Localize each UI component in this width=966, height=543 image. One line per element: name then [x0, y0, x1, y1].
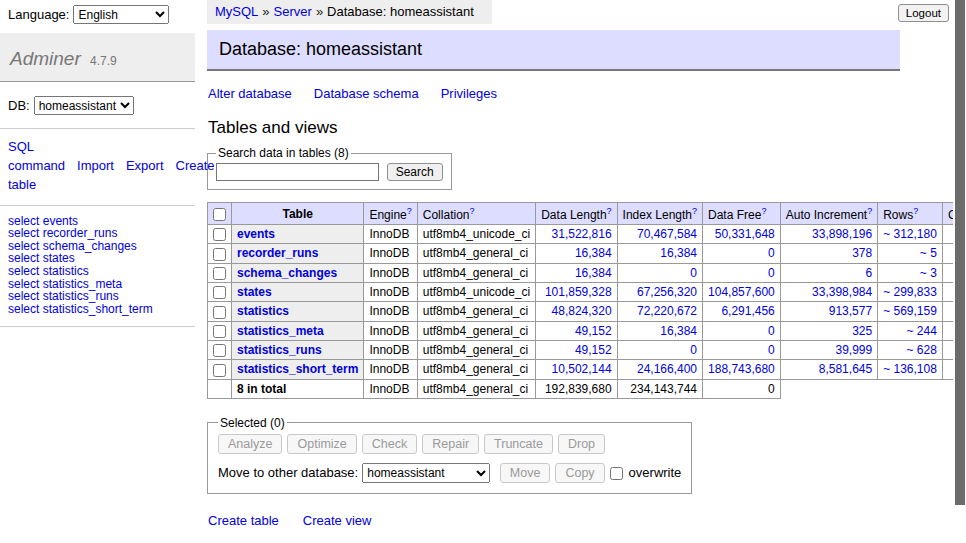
auto-increment-link[interactable]: 8,581,645: [819, 362, 872, 376]
rows-link[interactable]: ~ 312,180: [883, 227, 937, 241]
rows-link[interactable]: ~ 5: [920, 246, 937, 260]
rows-link[interactable]: ~ 628: [907, 343, 937, 357]
move-button[interactable]: Move: [500, 463, 551, 483]
data-free-link[interactable]: 188,743,680: [708, 362, 775, 376]
data-length-link[interactable]: 10,502,144: [552, 362, 612, 376]
breadcrumb-server-link[interactable]: Server: [274, 4, 312, 19]
optimize-button[interactable]: Optimize: [287, 434, 356, 454]
table-name-link[interactable]: states: [237, 285, 272, 299]
help-icon[interactable]: ?: [867, 206, 872, 216]
row-checkbox[interactable]: [213, 228, 226, 241]
data-length-link[interactable]: 49,152: [575, 324, 612, 338]
row-checkbox[interactable]: [213, 364, 226, 377]
index-length-link[interactable]: 16,384: [660, 246, 697, 260]
auto-increment-link[interactable]: 33,898,196: [812, 227, 872, 241]
table-link[interactable]: statistics_short_term: [43, 302, 153, 316]
rows-link[interactable]: ~ 244: [907, 324, 937, 338]
data-free-link[interactable]: 0: [768, 246, 775, 260]
row-checkbox[interactable]: [213, 248, 226, 261]
export-link[interactable]: Export: [126, 158, 164, 173]
row-checkbox[interactable]: [213, 306, 226, 319]
auto-increment-link[interactable]: 39,999: [835, 343, 872, 357]
help-icon[interactable]: ?: [761, 206, 766, 216]
row-checkbox[interactable]: [213, 325, 226, 338]
index-length-link[interactable]: 0: [690, 343, 697, 357]
index-length-link[interactable]: 67,256,320: [637, 285, 697, 299]
drop-button[interactable]: Drop: [558, 434, 605, 454]
database-schema-link[interactable]: Database schema: [314, 86, 419, 101]
move-db-select[interactable]: homeassistant: [362, 463, 490, 483]
data-free-link[interactable]: 104,857,600: [708, 285, 775, 299]
repair-button[interactable]: Repair: [422, 434, 479, 454]
total-index-length: 234,143,744: [617, 379, 702, 398]
help-icon[interactable]: ?: [607, 206, 612, 216]
help-icon[interactable]: ?: [692, 206, 697, 216]
import-link[interactable]: Import: [77, 158, 114, 173]
auto-increment-link[interactable]: 913,577: [829, 304, 872, 318]
rows-link[interactable]: ~ 569,159: [883, 304, 937, 318]
row-checkbox[interactable]: [213, 267, 226, 280]
row-checkbox[interactable]: [213, 286, 226, 299]
truncate-button[interactable]: Truncate: [484, 434, 553, 454]
table-name-link[interactable]: events: [237, 227, 275, 241]
help-icon[interactable]: ?: [407, 206, 412, 216]
logout-button[interactable]: Logout: [898, 4, 949, 22]
overwrite-checkbox[interactable]: [610, 467, 623, 480]
help-icon[interactable]: ?: [913, 206, 918, 216]
data-length-link[interactable]: 16,384: [575, 266, 612, 280]
data-length-link[interactable]: 49,152: [575, 343, 612, 357]
auto-increment-link[interactable]: 378: [852, 246, 872, 260]
index-length-link[interactable]: 16,384: [660, 324, 697, 338]
help-icon[interactable]: ?: [469, 206, 474, 216]
rows-link[interactable]: ~ 3: [920, 266, 937, 280]
data-length-link[interactable]: 16,384: [575, 246, 612, 260]
table-name-link[interactable]: schema_changes: [237, 266, 337, 280]
data-free-link[interactable]: 50,331,648: [715, 227, 775, 241]
selected-legend: Selected (0): [218, 416, 287, 430]
app-version[interactable]: 4.7.9: [90, 54, 117, 68]
analyze-button[interactable]: Analyze: [218, 434, 282, 454]
app-title: Adminer 4.7.9: [0, 33, 195, 82]
data-free-link[interactable]: 0: [768, 343, 775, 357]
row-checkbox[interactable]: [213, 344, 226, 357]
search-input[interactable]: [216, 163, 379, 181]
scrollbar-thumb[interactable]: [955, 0, 965, 505]
search-button[interactable]: Search: [387, 163, 443, 181]
rows-link[interactable]: ~ 136,108: [883, 362, 937, 376]
index-length-link[interactable]: 24,166,400: [637, 362, 697, 376]
auto-increment-link[interactable]: 33,398,984: [812, 285, 872, 299]
rows-link[interactable]: ~ 299,833: [883, 285, 937, 299]
select-all-checkbox[interactable]: [213, 208, 226, 221]
language-label: Language:: [8, 7, 69, 22]
check-button[interactable]: Check: [362, 434, 417, 454]
data-free-link[interactable]: 6,291,456: [721, 304, 774, 318]
engine-cell: InnoDB: [364, 340, 417, 359]
vertical-scrollbar[interactable]: [953, 0, 966, 543]
index-length-link[interactable]: 72,220,672: [637, 304, 697, 318]
sql-command-link[interactable]: SQL command: [8, 139, 65, 173]
table-name-link[interactable]: recorder_runs: [237, 246, 318, 260]
data-length-link[interactable]: 48,824,320: [552, 304, 612, 318]
alter-database-link[interactable]: Alter database: [208, 86, 292, 101]
index-length-link[interactable]: 0: [690, 266, 697, 280]
auto-increment-link[interactable]: 325: [852, 324, 872, 338]
table-name-link[interactable]: statistics_short_term: [237, 362, 358, 376]
index-length-link[interactable]: 70,467,584: [637, 227, 697, 241]
table-name-link[interactable]: statistics_runs: [237, 343, 322, 357]
breadcrumb-mysql-link[interactable]: MySQL: [215, 4, 258, 19]
table-name-link[interactable]: statistics_meta: [237, 324, 324, 338]
select-link[interactable]: select: [8, 302, 39, 316]
table-name-link[interactable]: statistics: [237, 304, 289, 318]
breadcrumb-current: Database: homeassistant: [327, 4, 474, 19]
data-length-link[interactable]: 101,859,328: [545, 285, 612, 299]
copy-button[interactable]: Copy: [555, 463, 604, 483]
create-view-link[interactable]: Create view: [303, 513, 372, 528]
data-free-link[interactable]: 0: [768, 266, 775, 280]
data-free-link[interactable]: 0: [768, 324, 775, 338]
create-table-link[interactable]: Create table: [208, 513, 279, 528]
data-length-link[interactable]: 31,522,816: [552, 227, 612, 241]
auto-increment-link[interactable]: 6: [865, 266, 872, 280]
db-select[interactable]: homeassistant: [34, 96, 134, 115]
language-select[interactable]: English: [73, 5, 169, 24]
privileges-link[interactable]: Privileges: [441, 86, 497, 101]
